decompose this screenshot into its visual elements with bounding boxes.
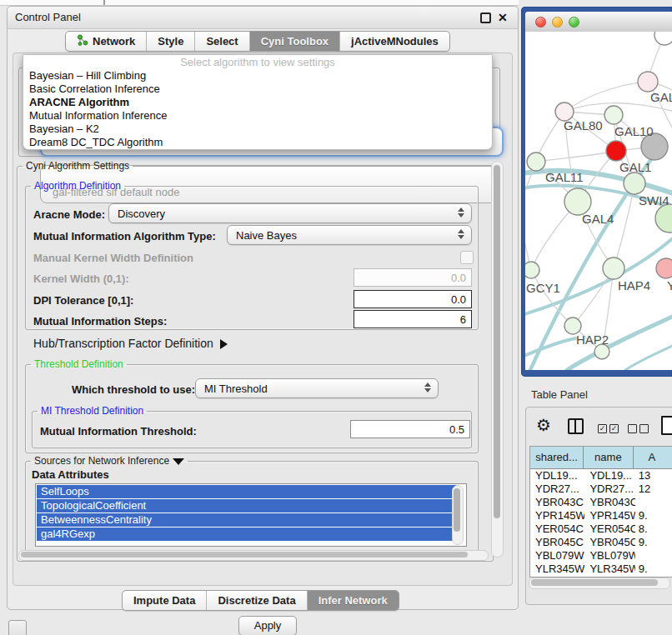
table-cell: YLR345W xyxy=(530,562,584,576)
table-cell: YBR043C xyxy=(530,496,584,509)
dpi-tolerance-label: DPI Tolerance [0,1]: xyxy=(33,294,133,307)
tab-style[interactable]: Style xyxy=(147,32,195,51)
table-cell: 9. xyxy=(635,562,672,576)
attribute-list-item[interactable]: BetweennessCentrality xyxy=(37,513,456,527)
tab-network[interactable]: Network xyxy=(66,32,147,51)
network-node-label: GAL10 xyxy=(614,124,654,138)
close-icon[interactable]: ✕ xyxy=(498,12,508,22)
sources-legend[interactable]: Sources for Network Inference xyxy=(31,455,188,467)
columns-icon[interactable] xyxy=(568,418,584,434)
table-cell: YPR145W xyxy=(530,509,584,522)
combo-arrows-icon xyxy=(458,208,464,218)
column-header-third[interactable]: A xyxy=(634,447,672,468)
network-node[interactable] xyxy=(603,258,624,279)
mac-close-icon[interactable] xyxy=(535,17,546,28)
network-node[interactable] xyxy=(624,172,645,194)
attribute-list-item[interactable]: TopologicalCoefficient xyxy=(37,499,456,512)
table-cell: 13 xyxy=(635,469,672,482)
network-node-label: HAP2 xyxy=(576,332,609,347)
algorithm-option[interactable]: Bayesian – K2 xyxy=(23,122,492,136)
table-row[interactable]: YDR27...YDR27...12 xyxy=(530,482,672,496)
sources-legend-label: Sources for Network Inference xyxy=(34,455,169,467)
deselect-all-checks-icon[interactable] xyxy=(628,421,651,436)
network-node[interactable] xyxy=(638,72,658,92)
tab-discretize-data[interactable]: Discretize Data xyxy=(207,591,307,610)
network-node[interactable] xyxy=(656,258,672,278)
tab-jactive-label: jActiveMNodules xyxy=(351,35,439,48)
mac-minimize-icon[interactable] xyxy=(552,17,563,28)
table-row[interactable]: YLR345WYLR345W9. xyxy=(530,562,672,576)
mi-steps-field[interactable]: 6 xyxy=(354,310,472,328)
network-view-window: GALGAL80GAL10GAL1GAL11SWI4GAL4GCY1HAP4YH… xyxy=(521,7,672,377)
which-threshold-value: MI Threshold xyxy=(204,382,268,395)
aracne-mode-combobox[interactable]: Discovery xyxy=(108,203,472,223)
control-panel-window: Control Panel ✕ Network Style Select xyxy=(7,6,519,610)
network-node[interactable] xyxy=(525,262,539,278)
aracne-mode-label: Aracne Mode: xyxy=(33,208,105,221)
network-window-titlebar[interactable] xyxy=(525,12,672,32)
mi-threshold-field[interactable]: 0.5 xyxy=(350,420,470,438)
network-node[interactable] xyxy=(606,141,626,161)
hub-definition-label: Hub/Transcription Factor Definition xyxy=(33,337,213,350)
mi-steps-label: Mutual Information Steps: xyxy=(33,315,167,328)
attribute-list-item[interactable]: gal4RGexp xyxy=(37,528,456,541)
network-node[interactable] xyxy=(654,32,672,45)
combo-arrows-icon xyxy=(458,229,464,239)
mi-type-label: Mutual Information Algorithm Type: xyxy=(33,230,216,242)
network-node[interactable] xyxy=(564,318,581,334)
attributes-list-scrollbar[interactable] xyxy=(452,485,464,545)
algorithm-option[interactable]: ARACNE Algorithm xyxy=(23,96,492,109)
settings-horizontal-scrollbar[interactable] xyxy=(18,550,489,561)
tab-select-label: Select xyxy=(206,35,238,48)
tab-discretize-label: Discretize Data xyxy=(218,594,295,607)
network-edge xyxy=(525,236,672,315)
apply-button[interactable]: Apply xyxy=(238,616,297,635)
column-header-shared[interactable]: shared... xyxy=(530,447,584,468)
mi-type-combobox[interactable]: Naive Bayes xyxy=(227,225,472,245)
which-threshold-combobox[interactable]: MI Threshold xyxy=(195,378,439,398)
table-row[interactable]: YDL19...YDL19...13 xyxy=(530,469,672,482)
algorithm-option[interactable]: Mutual Information Inference xyxy=(23,109,492,122)
document-icon[interactable] xyxy=(661,416,672,435)
table-row[interactable]: YER054CYER054C8. xyxy=(530,522,672,536)
mi-threshold-label: Mutual Information Threshold: xyxy=(40,425,197,438)
tab-select[interactable]: Select xyxy=(195,32,249,51)
network-canvas[interactable]: GALGAL80GAL10GAL1GAL11SWI4GAL4GCY1HAP4YH… xyxy=(525,32,672,370)
tab-cyni-toolbox[interactable]: Cyni Toolbox xyxy=(250,32,340,51)
table-row[interactable]: YPR145WYPR145W9. xyxy=(530,509,672,522)
restore-icon[interactable] xyxy=(480,12,491,23)
network-edge xyxy=(536,151,616,162)
kernel-width-field[interactable]: 0.0 xyxy=(354,268,472,287)
mac-zoom-icon[interactable] xyxy=(569,17,579,28)
network-node[interactable] xyxy=(527,152,545,171)
table-row[interactable]: YBR043CYBR043C xyxy=(530,496,672,509)
settings-vertical-scrollbar[interactable] xyxy=(491,161,504,558)
threshold-definition-legend: Threshold Definition xyxy=(31,358,127,370)
table-row[interactable]: YBL079WYBL079W xyxy=(530,549,672,562)
network-node-label: HAP4 xyxy=(618,278,650,292)
column-header-name[interactable]: name xyxy=(584,447,633,468)
mi-type-value: Naive Bayes xyxy=(236,229,297,242)
node-table: shared... name A YDL19...YDL19...13YDR27… xyxy=(529,446,672,578)
network-node-label: GAL4 xyxy=(582,212,614,226)
attribute-list-item[interactable]: SelfLoops xyxy=(37,485,456,498)
algorithm-option[interactable]: Bayesian – Hill Climbing xyxy=(23,69,492,82)
algorithm-option[interactable]: Dream8 DC_TDC Algorithm xyxy=(23,136,492,149)
which-threshold-label: Which threshold to use: xyxy=(72,383,195,396)
network-node[interactable] xyxy=(655,204,672,232)
algorithm-option[interactable]: Basic Correlation Inference xyxy=(23,82,492,96)
network-node[interactable] xyxy=(604,106,623,124)
tab-style-label: Style xyxy=(158,35,183,48)
table-horizontal-scrollbar[interactable] xyxy=(529,578,670,589)
dpi-tolerance-field[interactable]: 0.0 xyxy=(354,290,472,308)
collapse-corner-button[interactable] xyxy=(8,620,27,635)
table-row[interactable]: YBR045CYBR045C9. xyxy=(530,536,672,549)
tab-impute-data[interactable]: Impute Data xyxy=(123,591,207,610)
manual-kernel-checkbox[interactable] xyxy=(460,251,474,264)
data-attributes-list[interactable]: SelfLoopsTopologicalCoefficientBetweenne… xyxy=(35,483,467,547)
hub-definition-toggle[interactable]: Hub/Transcription Factor Definition xyxy=(33,337,228,350)
gear-icon[interactable]: ⚙ xyxy=(536,415,551,435)
select-all-checks-icon[interactable]: ✓✓ xyxy=(598,421,621,436)
tab-infer-network[interactable]: Infer Network xyxy=(308,591,399,610)
tab-jactivemnodules[interactable]: jActiveMNodules xyxy=(340,32,449,51)
